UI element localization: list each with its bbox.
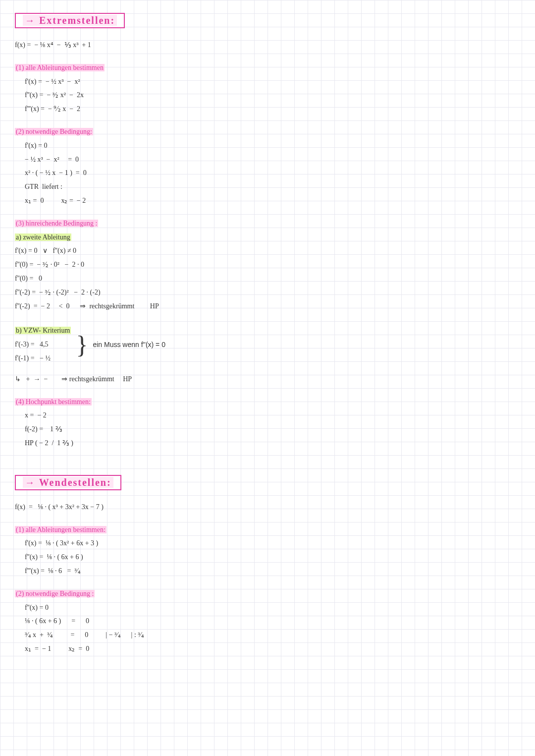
s2-step2-title: (2) notwendige Bedingung : [15, 588, 520, 600]
s2-d1: f'(x) = ⅛ · ( 3x² + 6x + 3 ) [15, 537, 520, 549]
s2-d2: f''(x) = ⅛ · ( 6x + 6 ) [15, 551, 520, 563]
s1-hb4: f''(-2) = − ³⁄₂ · (-2)² − 2 · (-2) [15, 287, 520, 298]
wendestellen-heading: → Wendestellen: [15, 475, 121, 490]
s1-vz2: f'(-1) = − ½ [15, 352, 71, 364]
extremstellen-heading: → Extremstellen: [15, 13, 125, 28]
s1-nb4: GTR liefert : [15, 181, 520, 193]
s1-nb2: − ½ x³ − x² = 0 [15, 154, 520, 166]
s1-d2: f''(x) = − ³⁄₂ x² − 2x [15, 89, 520, 101]
s1-step2-title: (2) notwendige Bedingung: [15, 126, 520, 138]
s1-d1: f'(x) = − ½ x³ − x² [15, 76, 520, 88]
s1-hp2: f(-2) = 1 ⅔ [15, 423, 520, 435]
s2-function: f(x) = ⅛ · ( x³ + 3x² + 3x − 7 ) [15, 501, 520, 513]
s1-d3: f'''(x) = − ⁹⁄₂ x − 2 [15, 103, 520, 115]
s2-step1-title: (1) alle Ableitungen bestimmen: [15, 524, 520, 536]
extremstellen-title: → Extremstellen: [23, 15, 117, 26]
vzw-group: b) VZW- Kriterium f'(-3) = 4,5 f'(-1) = … [15, 323, 520, 366]
s1-nb3: x² · ( − ½ x − 1 ) = 0 [15, 167, 520, 179]
s2-nb1: f''(x) = 0 [15, 602, 520, 614]
s1-hb2: f''(0) = − ³⁄₂ · 0² − 2 · 0 [15, 259, 520, 271]
s1-s3a-title: a) zweite Ableitung [15, 232, 520, 243]
vzw-note: ein Muss wenn f''(x) = 0 [93, 341, 165, 349]
s1-function: f(x) = − ⅛ x⁴ − ⅓ x³ + 1 [15, 39, 520, 51]
s1-s3b-title: b) VZW- Kriterium [15, 325, 71, 337]
s2-d3: f'''(x) = ⅛ · 6 = ³⁄₄ [15, 565, 520, 577]
curly-brace-icon: } [76, 332, 88, 357]
s1-nb5: x₁ = 0 x₂ = − 2 [15, 195, 520, 207]
s2-nb4: x₁ = − 1 x₂ = 0 [15, 643, 520, 655]
s1-vz1: f'(-3) = 4,5 [15, 339, 71, 350]
s2-nb2: ⅛ · ( 6x + 6 ) = 0 [15, 615, 520, 627]
wendestellen-title: → Wendestellen: [23, 477, 113, 488]
s1-hb3: f''(0) = 0 [15, 273, 520, 285]
s1-step4-title: (4) Hochpunkt bestimmen: [15, 396, 520, 408]
s1-hb5: f''(-2) = − 2 < 0 ⇒ rechtsgekrümmt HP [15, 300, 520, 312]
s2-nb3: ³⁄₄ x + ³⁄₄ = 0 | − ³⁄₄ | : ³⁄₄ [15, 629, 520, 641]
s1-hp1: x = − 2 [15, 409, 520, 421]
s1-hb1: f'(x) = 0 ∨ f''(x) ≠ 0 [15, 245, 520, 257]
s1-vz3: ↳ + → − ⇒ rechtsgekrümmt HP [15, 373, 520, 385]
s1-nb1: f'(x) = 0 [15, 140, 520, 152]
s1-step1-title: (1) alle Ableitungen bestimmen [15, 62, 520, 74]
s1-step3-title: (3) hinreichende Bedingung : [15, 218, 520, 230]
s1-hp3: HP ( − 2 / 1 ⅔ ) [15, 437, 520, 449]
